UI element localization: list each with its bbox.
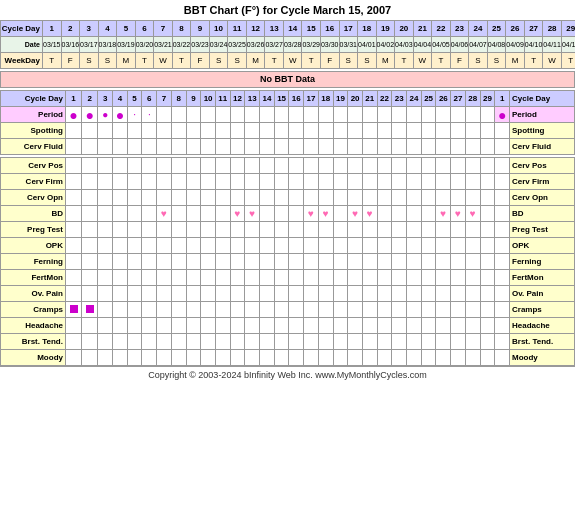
- moody-label-left: Moody: [1, 350, 66, 366]
- data-table: Cycle Day 1 2 3 4 5 6 7 8 9 10 11 12 13 …: [0, 90, 575, 366]
- headache-label-right: Headache: [510, 318, 575, 334]
- cerv-pos-label-left: Cerv Pos: [1, 158, 66, 174]
- page-title: BBT Chart (F°) for Cycle March 15, 2007: [0, 0, 575, 20]
- cerv-opn-label-left: Cerv Opn: [1, 190, 66, 206]
- brst-tend-row: Brst. Tend. Brst. Tend.: [1, 334, 575, 350]
- opk-label-right: OPK: [510, 238, 575, 254]
- cerv-fluid-label-left: Cerv Fluid: [1, 139, 66, 155]
- date-label-left: Date: [1, 37, 43, 53]
- cerv-fluid-label-right: Cerv Fluid: [510, 139, 575, 155]
- period-label-left: Period: [1, 107, 66, 123]
- cerv-opn-label-right: Cerv Opn: [510, 190, 575, 206]
- spotting-row: Spotting Spotting: [1, 123, 575, 139]
- no-bbt-table: No BBT Data: [0, 71, 575, 88]
- ferning-label-right: Ferning: [510, 254, 575, 270]
- cramps-label-left: Cramps: [1, 302, 66, 318]
- cerv-firm-label-left: Cerv Firm: [1, 174, 66, 190]
- fertmon-row: FertMon FertMon: [1, 270, 575, 286]
- ferning-label-left: Ferning: [1, 254, 66, 270]
- cramps-label-right: Cramps: [510, 302, 575, 318]
- bd-heart-12: ♥: [235, 208, 241, 219]
- cramps-row: Cramps Cramps: [1, 302, 575, 318]
- cycle-day-header-row: Cycle Day 1 2 3 4 5 6 7 8 9 10 11 12 13 …: [1, 21, 576, 37]
- bd-row: BD ♥ ♥ ♥ ♥ ♥ ♥ ♥: [1, 206, 575, 222]
- spotting-label-right: Spotting: [510, 123, 575, 139]
- cramp-sq-1: [70, 305, 78, 313]
- preg-test-label-left: Preg Test: [1, 222, 66, 238]
- cerv-pos-label-right: Cerv Pos: [510, 158, 575, 174]
- period-dot-6: ·: [148, 109, 151, 120]
- ov-pain-label-left: Ov. Pain: [1, 286, 66, 302]
- period-label-right: Period: [510, 107, 575, 123]
- cerv-firm-row: Cerv Firm Cerv Firm: [1, 174, 575, 190]
- top-header-table: Cycle Day 1 2 3 4 5 6 7 8 9 10 11 12 13 …: [0, 20, 575, 69]
- no-bbt-label: No BBT Data: [1, 72, 575, 88]
- weekday-row: WeekDay T F S S M T W T F S S M T W T F …: [1, 53, 576, 69]
- cerv-fluid-row: Cerv Fluid Cerv Fluid: [1, 139, 575, 155]
- bd-heart-13: ♥: [249, 208, 255, 219]
- period-dot-5: ·: [133, 109, 136, 120]
- period-dot-3: ●: [102, 109, 108, 120]
- cerv-pos-row: Cerv Pos Cerv Pos: [1, 158, 575, 174]
- bd-heart-7: ♥: [161, 208, 167, 219]
- brst-tend-label-left: Brst. Tend.: [1, 334, 66, 350]
- opk-label-left: OPK: [1, 238, 66, 254]
- bd-label-right: BD: [510, 206, 575, 222]
- opk-row: OPK OPK: [1, 238, 575, 254]
- preg-test-label-right: Preg Test: [510, 222, 575, 238]
- cycle-day-label-left: Cycle Day: [1, 21, 43, 37]
- ferning-row: Ferning Ferning: [1, 254, 575, 270]
- period-dot-2: ●: [85, 107, 93, 123]
- period-dot-last: ●: [498, 107, 506, 123]
- cycle-day-header-row-2: Cycle Day 1 2 3 4 5 6 7 8 9 10 11 12 13 …: [1, 91, 575, 107]
- preg-test-row: Preg Test Preg Test: [1, 222, 575, 238]
- no-bbt-row: No BBT Data: [1, 72, 575, 88]
- brst-tend-label-right: Brst. Tend.: [510, 334, 575, 350]
- period-dot-4: ●: [116, 107, 124, 123]
- period-row: Period ● ● ● ● · ·: [1, 107, 575, 123]
- footer: Copyright © 2003-2024 bInfinity Web Inc.…: [0, 366, 575, 383]
- bd-heart-17: ♥: [308, 208, 314, 219]
- cycle-day-label-left-2: Cycle Day: [1, 91, 66, 107]
- cycle-day-label-right-2: Cycle Day: [510, 91, 575, 107]
- date-row: Date 03/15 03/16 03/17 03/18 03/19 03/20…: [1, 37, 576, 53]
- bd-heart-18: ♥: [323, 208, 329, 219]
- bd-heart-27: ♥: [455, 208, 461, 219]
- moody-row: Moody Moody: [1, 350, 575, 366]
- weekday-label-left: WeekDay: [1, 53, 43, 69]
- headache-row: Headache Headache: [1, 318, 575, 334]
- page-wrapper: BBT Chart (F°) for Cycle March 15, 2007 …: [0, 0, 575, 383]
- cerv-opn-row: Cerv Opn Cerv Opn: [1, 190, 575, 206]
- headache-label-left: Headache: [1, 318, 66, 334]
- fertmon-label-left: FertMon: [1, 270, 66, 286]
- moody-label-right: Moody: [510, 350, 575, 366]
- bd-heart-28: ♥: [470, 208, 476, 219]
- spotting-label-left: Spotting: [1, 123, 66, 139]
- bd-label-left: BD: [1, 206, 66, 222]
- ov-pain-row: Ov. Pain Ov. Pain: [1, 286, 575, 302]
- period-dot-1: ●: [69, 107, 77, 123]
- cerv-firm-label-right: Cerv Firm: [510, 174, 575, 190]
- bd-heart-20: ♥: [352, 208, 358, 219]
- bd-heart-21: ♥: [367, 208, 373, 219]
- bd-heart-26: ♥: [440, 208, 446, 219]
- cramp-sq-2: [86, 305, 94, 313]
- ov-pain-label-right: Ov. Pain: [510, 286, 575, 302]
- fertmon-label-right: FertMon: [510, 270, 575, 286]
